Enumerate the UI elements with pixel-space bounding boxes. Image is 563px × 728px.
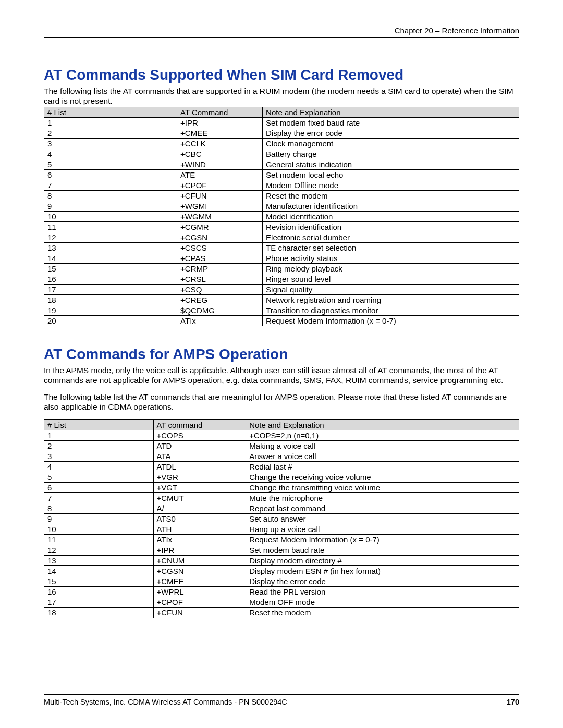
page-header: Chapter 20 – Reference Information (44, 26, 519, 38)
table-cell: 13 (44, 243, 177, 253)
table-cell: +WPRL (153, 586, 246, 597)
table-row: 16+WPRLRead the PRL version (44, 586, 519, 597)
table-cell: 8 (44, 503, 154, 513)
table-row: 6+VGTChange the transmitting voice volum… (44, 482, 519, 492)
table-row: 11+CGMRRevision identification (44, 222, 519, 232)
table-cell: +CPOF (177, 180, 263, 191)
col-header-command: AT command (153, 419, 246, 430)
table-cell: Phone activity status (263, 253, 519, 264)
table-row: 10ATHHang up a voice call (44, 524, 519, 534)
table-cell: Read the PRL version (246, 586, 519, 597)
table-row: 16+CRSLRinger sound level (44, 274, 519, 285)
table-row: 13+CNUMDisplay modem directory # (44, 555, 519, 565)
table-cell: ATA (153, 451, 246, 461)
table-cell: 17 (44, 597, 154, 607)
table-row: 7+CPOFModem Offline mode (44, 180, 519, 191)
table-cell: +CGMR (177, 222, 263, 232)
table-cell: $QCDMG (177, 305, 263, 316)
table-row: 12+IPRSet modem baud rate (44, 545, 519, 555)
table-cell: +CFUN (153, 607, 246, 618)
table-cell: Set auto answer (246, 513, 519, 524)
table-cell: 4 (44, 149, 177, 159)
table-row: 4ATDLRedial last # (44, 461, 519, 472)
table-row: 1+IPRSet modem fixed baud rate (44, 118, 519, 128)
table-cell: ATDL (153, 461, 246, 472)
table-amps: # List AT command Note and Explanation 1… (44, 419, 519, 618)
table-cell: 6 (44, 482, 154, 492)
table-cell: ATS0 (153, 513, 246, 524)
section1-paragraph: The following lists the AT commands that… (44, 87, 519, 106)
table-cell: 2 (44, 128, 177, 139)
table-cell: 18 (44, 607, 154, 618)
col-header-command: AT Command (177, 107, 263, 118)
table-cell: Set modem fixed baud rate (263, 118, 519, 128)
table-cell: 20 (44, 316, 177, 326)
table-cell: Modem Offline mode (263, 180, 519, 191)
table-row: 11ATIxRequest Modem Information (x = 0-7… (44, 534, 519, 545)
table-row: 20ATIxRequest Modem Information (x = 0-7… (44, 316, 519, 326)
table-row: 15+CRMPRing melody playback (44, 264, 519, 274)
table-cell: 11 (44, 222, 177, 232)
table-cell: +CRSL (177, 274, 263, 285)
table-cell: 19 (44, 305, 177, 316)
table-cell: +WIND (177, 159, 263, 170)
col-header-list: # List (44, 107, 177, 118)
table-cell: +CPAS (177, 253, 263, 264)
table-row: 18+CREGNetwork registration and roaming (44, 295, 519, 305)
table-cell: Model identification (263, 212, 519, 222)
table-cell: Signal quality (263, 285, 519, 295)
table-cell: 3 (44, 139, 177, 149)
table-row: 14+CPASPhone activity status (44, 253, 519, 264)
table-cell: Reset the modem (246, 607, 519, 618)
table-cell: +CMEE (177, 128, 263, 139)
table-row: 18+CFUNReset the modem (44, 607, 519, 618)
table-cell: 15 (44, 576, 154, 586)
table-cell: 15 (44, 264, 177, 274)
table-cell: 12 (44, 232, 177, 243)
table-cell: +VGT (153, 482, 246, 492)
table-row: 9ATS0Set auto answer (44, 513, 519, 524)
table-cell: Repeat last command (246, 503, 519, 513)
table-cell: Making a voice call (246, 440, 519, 451)
table-cell: 11 (44, 534, 154, 545)
table-cell: Display modem directory # (246, 555, 519, 565)
table-row: 7+CMUTMute the microphone (44, 492, 519, 503)
table-cell: Change the receiving voice volume (246, 472, 519, 482)
table-row: 5+WINDGeneral status indication (44, 159, 519, 170)
table-row: 17+CPOFModem OFF mode (44, 597, 519, 607)
section-heading-amps: AT Commands for AMPS Operation (44, 346, 519, 363)
footer-text: Multi-Tech Systems, Inc. CDMA Wireless A… (44, 698, 287, 706)
section2-paragraph2: The following table list the AT commands… (44, 392, 519, 412)
table-cell: +CSQ (177, 285, 263, 295)
table-cell: Network registration and roaming (263, 295, 519, 305)
table-cell: Transition to diagnostics monitor (263, 305, 519, 316)
table-cell: 9 (44, 201, 177, 212)
table-header-row: # List AT command Note and Explanation (44, 419, 519, 430)
table-row: 17+CSQSignal quality (44, 285, 519, 295)
table-cell: Answer a voice call (246, 451, 519, 461)
table-row: 13+CSCSTE character set selection (44, 243, 519, 253)
table-cell: +CRMP (177, 264, 263, 274)
table-cell: +CFUN (177, 191, 263, 201)
table-row: 19$QCDMGTransition to diagnostics monito… (44, 305, 519, 316)
page-number: 170 (507, 698, 519, 706)
table-cell: Request Modem Information (x = 0-7) (246, 534, 519, 545)
table-row: 5+VGRChange the receiving voice volume (44, 472, 519, 482)
table-cell: 4 (44, 461, 154, 472)
table-header-row: # List AT Command Note and Explanation (44, 107, 519, 118)
table-cell: +VGR (153, 472, 246, 482)
table-cell: +CSCS (177, 243, 263, 253)
table-cell: +CMEE (153, 576, 246, 586)
table-cell: 7 (44, 492, 154, 503)
table-cell: Display the error code (246, 576, 519, 586)
table-cell: +COPS (153, 430, 246, 440)
table-cell: Set modem baud rate (246, 545, 519, 555)
table-row: 2ATDMaking a voice call (44, 440, 519, 451)
table-cell: Reset the modem (263, 191, 519, 201)
table-cell: +CGSN (153, 565, 246, 576)
table-cell: +IPR (177, 118, 263, 128)
col-header-note: Note and Explanation (263, 107, 519, 118)
table-cell: Battery charge (263, 149, 519, 159)
table-cell: 12 (44, 545, 154, 555)
section-heading-sim-removed: AT Commands Supported When SIM Card Remo… (44, 67, 519, 83)
